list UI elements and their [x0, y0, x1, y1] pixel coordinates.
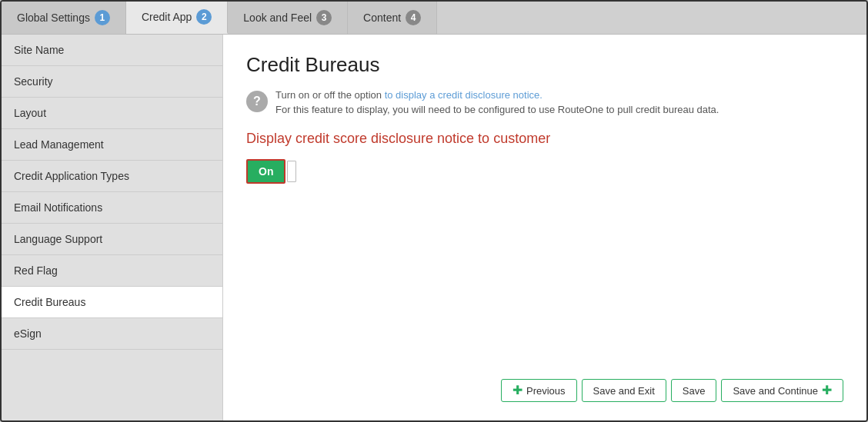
tab-look-and-feel-badge: 3 [316, 10, 332, 25]
sidebar-item-credit-bureaus[interactable]: Credit Bureaus [2, 287, 222, 318]
info-line-2: For this feature to display, you will ne… [275, 104, 719, 115]
toggle-row: On [246, 159, 843, 184]
sidebar-item-language-support[interactable]: Language Support [2, 224, 222, 255]
tab-credit-app-label: Credit App [142, 11, 192, 23]
tab-look-and-feel-label: Look and Feel [243, 12, 312, 24]
sidebar-item-lead-management[interactable]: Lead Management [2, 129, 222, 161]
save-continue-icon: ✚ [822, 384, 832, 397]
tab-global-settings-badge: 1 [95, 10, 110, 25]
app-container: Global Settings 1 Credit App 2 Look and … [0, 0, 868, 422]
tab-look-and-feel[interactable]: Look and Feel 3 [228, 2, 348, 34]
info-box: ? Turn on or off the option to display a… [246, 89, 843, 115]
sidebar: Site Name Security Layout Lead Managemen… [2, 35, 223, 420]
tab-content-label: Content [363, 12, 401, 24]
save-button[interactable]: Save [671, 379, 717, 402]
toggle-button[interactable]: On [246, 159, 285, 184]
sidebar-item-red-flag[interactable]: Red Flag [2, 255, 222, 287]
sidebar-item-credit-application-types[interactable]: Credit Application Types [2, 161, 222, 192]
sidebar-item-site-name[interactable]: Site Name [2, 35, 222, 66]
sidebar-item-security[interactable]: Security [2, 66, 222, 98]
tab-bar: Global Settings 1 Credit App 2 Look and … [2, 2, 866, 35]
toggle-indicator [287, 161, 296, 182]
save-exit-button[interactable]: Save and Exit [582, 379, 666, 402]
tab-global-settings[interactable]: Global Settings 1 [2, 2, 126, 34]
info-link[interactable]: to display a credit disclosure notice. [385, 89, 542, 101]
page-title: Credit Bureaus [246, 53, 843, 77]
info-icon: ? [246, 91, 268, 112]
sidebar-item-esign[interactable]: eSign [2, 318, 222, 350]
tab-content-badge: 4 [406, 10, 421, 25]
sidebar-item-email-notifications[interactable]: Email Notifications [2, 192, 222, 224]
save-continue-button[interactable]: Save and Continue ✚ [721, 379, 843, 402]
previous-icon: ✚ [512, 384, 522, 397]
main-layout: Site Name Security Layout Lead Managemen… [2, 35, 866, 420]
action-buttons: ✚ Previous Save and Exit Save Save and C… [246, 364, 843, 402]
tab-credit-app[interactable]: Credit App 2 [126, 2, 228, 34]
sidebar-item-layout[interactable]: Layout [2, 98, 222, 129]
info-line-1: Turn on or off the option to display a c… [275, 89, 719, 101]
content-area: Credit Bureaus ? Turn on or off the opti… [223, 35, 866, 420]
disclosure-label: Display credit score disclosure notice t… [246, 131, 843, 147]
previous-button[interactable]: ✚ Previous [501, 379, 577, 402]
tab-content[interactable]: Content 4 [348, 2, 437, 34]
tab-global-settings-label: Global Settings [17, 12, 90, 24]
info-text: Turn on or off the option to display a c… [275, 89, 719, 115]
tab-credit-app-badge: 2 [196, 9, 212, 25]
